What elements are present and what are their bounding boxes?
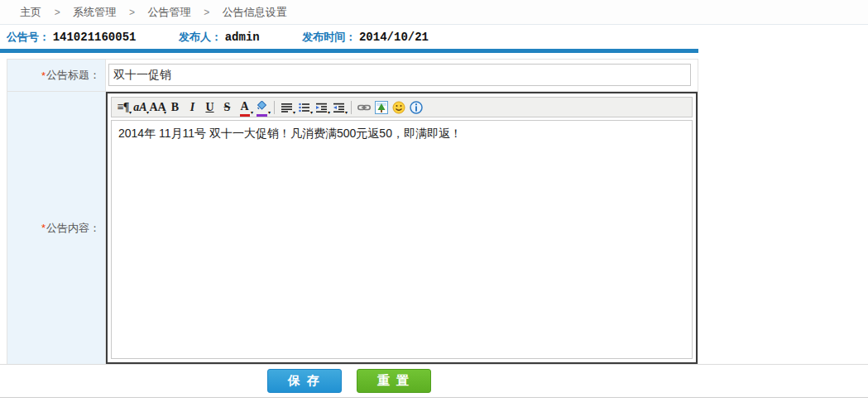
content-label-cell: * 公告内容： (7, 92, 106, 364)
dropdown-caret-icon: ▾ (345, 110, 348, 115)
save-button[interactable]: 保 存 (267, 369, 342, 393)
indent-icon[interactable]: ▾ (313, 98, 330, 116)
toolbar-separator (351, 101, 352, 114)
publish-time-label: 发布时间： (302, 31, 356, 43)
announcement-number-label: 公告号： (7, 31, 50, 43)
required-mark: * (41, 69, 46, 82)
breadcrumb-item-system-management[interactable]: 系统管理 (73, 6, 116, 18)
breadcrumb-separator: > (204, 7, 209, 18)
announcement-content-text: 2014年 11月11号 双十一大促销！凡消费满500元返50，即满即返！ (118, 127, 462, 140)
button-bar: 保 存 重 置 (0, 364, 868, 397)
publisher-field: 发布人： admin (179, 25, 260, 50)
image-icon[interactable] (372, 98, 390, 116)
publish-time-value: 2014/10/21 (359, 31, 429, 44)
content-label: 公告内容： (46, 221, 100, 236)
breadcrumb-separator: > (129, 7, 135, 18)
editor-toolbar: ≡¶ ▾ aA ▾ AA ▾ B I U (111, 97, 693, 117)
reset-button[interactable]: 重 置 (357, 369, 431, 393)
announcement-number-value: 141021160051 (53, 31, 137, 44)
title-row: * 公告标题： (7, 60, 698, 91)
font-color-icon[interactable]: A ▾ (236, 98, 253, 116)
list-icon[interactable]: ▾ (295, 98, 313, 116)
link-icon[interactable] (355, 98, 372, 116)
title-label-cell: * 公告标题： (7, 60, 106, 91)
announcement-number-field: 公告号： 141021160051 (7, 25, 136, 50)
editor-content-area[interactable]: 2014年 11月11号 双十一大促销！凡消费满500元返50，即满即返！ (111, 120, 693, 359)
title-value-cell (106, 60, 698, 91)
smiley-icon[interactable] (390, 98, 407, 116)
publish-time-field: 发布时间： 2014/10/21 (302, 25, 429, 50)
announcement-form: * 公告标题： * 公告内容： ≡¶ ▾ (7, 59, 698, 364)
font-size-icon[interactable]: AA ▾ (149, 98, 166, 116)
info-icon[interactable] (407, 98, 424, 116)
background-color-icon[interactable]: ▾ (253, 98, 271, 116)
rich-text-editor: ≡¶ ▾ aA ▾ AA ▾ B I U (106, 92, 698, 364)
align-icon[interactable]: ▾ (278, 98, 295, 116)
bold-icon[interactable]: B (166, 98, 184, 116)
content-row: * 公告内容： ≡¶ ▾ aA ▾ AA (7, 91, 698, 364)
underline-icon[interactable]: U (201, 98, 218, 116)
outdent-icon[interactable]: ▾ (330, 98, 348, 116)
breadcrumb: 主页 > 系统管理 > 公告管理 > 公告信息设置 (0, 0, 868, 25)
buttons-wrap: 保 存 重 置 (0, 365, 698, 397)
announcement-title-input[interactable] (108, 64, 691, 86)
toolbar-separator (274, 101, 275, 114)
publisher-value: admin (225, 31, 260, 44)
required-mark: * (41, 222, 46, 234)
page: 主页 > 系统管理 > 公告管理 > 公告信息设置 公告号： 141021160… (0, 0, 868, 401)
announcement-info-bar: 公告号： 141021160051 发布人： admin 发布时间： 2014/… (0, 25, 868, 49)
dropdown-caret-icon: ▾ (268, 110, 271, 115)
page-bottom-divider (0, 397, 868, 401)
editor-cell: ≡¶ ▾ aA ▾ AA ▾ B I U (106, 92, 698, 364)
paragraph-format-icon[interactable]: ≡¶ ▾ (114, 98, 132, 116)
publisher-label: 发布人： (179, 31, 222, 43)
breadcrumb-item-announcement-management[interactable]: 公告管理 (148, 6, 191, 18)
breadcrumb-item-home[interactable]: 主页 (20, 6, 41, 18)
italic-icon[interactable]: I (184, 98, 201, 116)
breadcrumb-item-announcement-info-settings: 公告信息设置 (223, 6, 287, 18)
strikethrough-icon[interactable]: S (218, 98, 236, 116)
font-family-icon[interactable]: aA ▾ (132, 98, 149, 116)
title-label: 公告标题： (46, 68, 100, 83)
breadcrumb-separator: > (55, 7, 60, 18)
